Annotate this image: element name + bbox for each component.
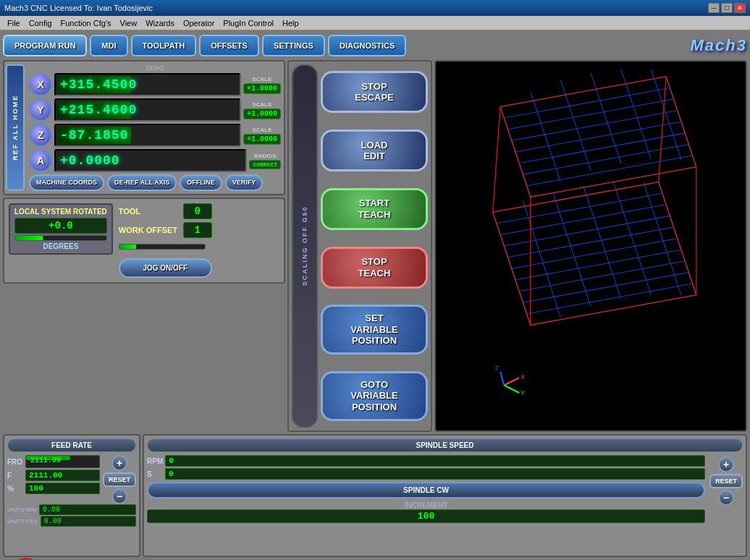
units-min-value: 0.00 xyxy=(39,504,136,515)
dro-row-a: A +0.0000 RADIUS CORRECT xyxy=(29,149,281,172)
middle-panel: SCALING OFF G50 STOP ESCAPE LOAD EDIT ST… xyxy=(287,60,432,432)
units-min-row: UNITS MIN 0.00 xyxy=(7,504,136,515)
scaling-panel: SCALING OFF G50 STOP ESCAPE LOAD EDIT ST… xyxy=(287,60,432,432)
dro-value-y: +215.4600 xyxy=(60,103,137,117)
dro-track-z: -87.1850 xyxy=(54,124,241,147)
menu-config[interactable]: Config xyxy=(25,19,56,27)
tab-program-run[interactable]: PROGRAM RUN xyxy=(3,35,87,56)
fro-label: FRO xyxy=(7,458,23,466)
tool-value: 0 xyxy=(183,203,212,219)
spindle-left-col: RPM 0 S 0 SPINDLE CW INCREMENT 100 xyxy=(147,455,705,523)
spindle-panel: SPINDLE SPEED RPM 0 S 0 SPINDLE CW INCRE… xyxy=(143,434,747,557)
viewport: X Y Z xyxy=(434,60,747,432)
spindle-cw-button[interactable]: SPINDLE CW xyxy=(147,482,705,499)
feed-plus-button[interactable]: + xyxy=(111,455,127,471)
axis-y-button[interactable]: Y xyxy=(29,98,52,122)
rpm-label: RPM xyxy=(147,457,163,465)
dro-value-x: +315.4500 xyxy=(60,77,137,92)
rpm-row: RPM 0 xyxy=(147,455,705,467)
dro-row-x: X +315.4500 SCALE +1.0000 xyxy=(29,73,281,96)
pct-value: 100 xyxy=(25,483,100,494)
feed-rate-header: FEED RATE xyxy=(7,438,136,452)
local-system-box: LOCAL SYSTEM ROTATED +0.0 DEGREES xyxy=(9,203,113,255)
close-button[interactable]: ✕ xyxy=(734,3,746,13)
maximize-button[interactable]: □ xyxy=(721,3,733,13)
dro-panel: ZERO REF ALL HOME X +315.4500 SCALE +1.0… xyxy=(3,60,285,195)
menu-view[interactable]: View xyxy=(116,19,142,27)
tool-row: TOOL 0 xyxy=(119,203,212,219)
dro-row-z: Z -87.1850 SCALE +1.0000 xyxy=(29,124,281,147)
zero-label: ZERO xyxy=(29,64,281,72)
spindle-controls: RPM 0 S 0 SPINDLE CW INCREMENT 100 + xyxy=(147,455,743,523)
axis-x-button[interactable]: X xyxy=(29,73,52,96)
dro-buttons: MACHINE COORDS DE-REF ALL AXIS OFFLINE V… xyxy=(29,174,281,191)
feed-reset-button[interactable]: RESET xyxy=(103,472,136,487)
de-ref-all-axis-button[interactable]: DE-REF ALL AXIS xyxy=(107,174,177,191)
units-rev-row: UNITS REV 0.00 xyxy=(7,516,136,527)
scale-box-x: SCALE +1.0000 xyxy=(243,76,281,94)
machine-coords-button[interactable]: MACHINE COORDS xyxy=(29,174,104,191)
work-offset-label: WORK OFFSET xyxy=(119,226,180,234)
stop-escape-button[interactable]: STOP ESCAPE xyxy=(321,71,428,113)
spindle-reset-button[interactable]: RESET xyxy=(709,474,743,488)
axis-a-button[interactable]: A xyxy=(29,149,52,172)
scale-box-z: SCALE +1.0000 xyxy=(243,127,281,145)
titlebar: Mach3 CNC Licensed To: Ivan Todosijevic … xyxy=(0,0,750,16)
mach3-logo: Mach3 xyxy=(691,36,747,55)
scaling-buttons: STOP ESCAPE LOAD EDIT START TEACH STOP T… xyxy=(321,64,428,428)
verify-button[interactable]: VERIFY xyxy=(225,174,264,191)
pct-label: % xyxy=(7,485,23,493)
dro-row-y: Y +215.4600 SCALE +1.0000 xyxy=(29,98,281,122)
s-row: S 0 xyxy=(147,468,705,480)
menu-file[interactable]: File xyxy=(3,19,25,27)
dro-track-x: +315.4500 xyxy=(54,73,241,96)
units-rev-value: 0.00 xyxy=(41,516,136,527)
s-label: S xyxy=(147,470,163,478)
increment-label: INCREMENT xyxy=(147,501,705,509)
feed-minus-button[interactable]: − xyxy=(111,488,127,504)
tab-offsets[interactable]: OFFSETS xyxy=(199,35,259,56)
menubar: File Config Function Cfg's View Wizards … xyxy=(0,16,750,30)
menu-function-cfgs[interactable]: Function Cfg's xyxy=(56,19,116,27)
increment-box: INCREMENT 100 xyxy=(147,501,705,523)
s-value: 0 xyxy=(165,468,705,480)
spindle-plus-button[interactable]: + xyxy=(718,457,734,472)
jog-on-off-button[interactable]: JOG ON/OFF xyxy=(119,258,212,278)
svg-text:Y: Y xyxy=(521,389,525,396)
stop-teach-button[interactable]: STOP TEACH xyxy=(321,247,428,289)
goto-variable-position-button[interactable]: GOTO VARIABLE POSITION xyxy=(321,371,428,421)
set-variable-position-button[interactable]: SET VARIABLE POSITION xyxy=(321,305,428,355)
window-title: Mach3 CNC Licensed To: Ivan Todosijevic xyxy=(4,4,708,12)
f-value: 2111.00 xyxy=(25,470,100,481)
start-teach-button[interactable]: START TEACH xyxy=(321,188,428,230)
tab-toolpath[interactable]: TOOLPATH xyxy=(131,35,197,56)
tool-wo-section: TOOL 0 WORK OFFSET 1 JOG ON/OFF xyxy=(119,203,212,278)
lower-left-panel: LOCAL SYSTEM ROTATED +0.0 DEGREES TOOL 0… xyxy=(3,198,285,284)
menu-help[interactable]: Help xyxy=(278,19,303,27)
local-system-title: LOCAL SYSTEM ROTATED xyxy=(14,208,107,216)
fro-row: FRO 2111.00 xyxy=(7,455,100,468)
dro-track-a: +0.0000 xyxy=(54,149,247,172)
minimize-button[interactable]: ─ xyxy=(708,3,720,13)
svg-text:Z: Z xyxy=(495,365,499,372)
scaling-label: SCALING OFF G50 xyxy=(292,64,318,428)
work-offset-value: 1 xyxy=(183,222,212,238)
tab-settings[interactable]: SETTINGS xyxy=(262,35,325,56)
menu-wizards[interactable]: Wizards xyxy=(141,19,179,27)
offline-button[interactable]: OFFLINE xyxy=(180,174,222,191)
menu-operator[interactable]: Operator xyxy=(179,19,219,27)
ref-all-home-button[interactable]: REF ALL HOME xyxy=(6,64,25,191)
tool-label: TOOL xyxy=(119,207,180,216)
axis-z-button[interactable]: Z xyxy=(29,124,52,147)
tab-mdi[interactable]: MDI xyxy=(90,35,127,56)
fro-value: 2111.00 xyxy=(28,456,64,465)
f-row: F 2111.00 xyxy=(7,470,100,481)
menu-plugin-control[interactable]: PlugIn Control xyxy=(219,19,278,27)
svg-text:X: X xyxy=(521,373,525,381)
dro-value-a: +0.0000 xyxy=(60,153,120,168)
spindle-minus-button[interactable]: − xyxy=(718,490,734,506)
spindle-header: SPINDLE SPEED xyxy=(147,438,743,452)
load-edit-button[interactable]: LOAD EDIT xyxy=(321,130,428,171)
tab-diagnostics[interactable]: DIAGNOSTICS xyxy=(328,35,406,56)
local-system-value: +0.0 xyxy=(14,218,107,234)
